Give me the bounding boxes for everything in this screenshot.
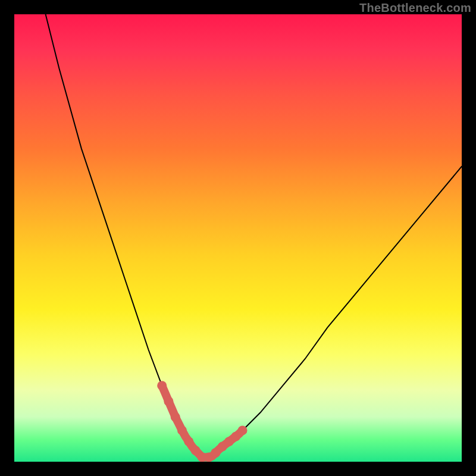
trough-marker: [184, 437, 193, 446]
trough-marker: [164, 397, 173, 406]
chart-svg: [14, 14, 462, 462]
trough-marker: [177, 425, 187, 435]
bottleneck-curve: [46, 14, 462, 458]
plot-area: [14, 14, 462, 462]
trough-marker: [171, 412, 180, 422]
trough-marker: [238, 425, 248, 435]
trough-markers: [157, 381, 247, 462]
watermark-label: TheBottleneck.com: [359, 1, 471, 15]
chart-frame: TheBottleneck.com: [0, 0, 476, 476]
trough-marker: [157, 381, 167, 390]
